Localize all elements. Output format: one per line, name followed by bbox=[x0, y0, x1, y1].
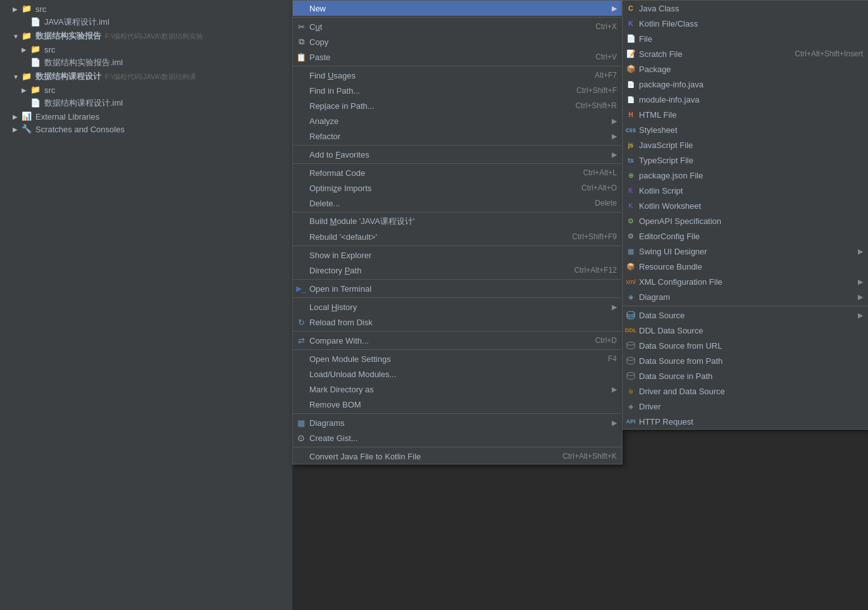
menu-item-delete[interactable]: Delete... Delete bbox=[293, 196, 622, 211]
sidebar-item-design-iml[interactable]: 📄 数据结构课程设计.iml bbox=[0, 96, 292, 110]
menu-item-label: Copy bbox=[309, 37, 328, 47]
shortcut-label: Ctrl+Alt+F12 bbox=[574, 266, 617, 275]
shortcut-label: Ctrl+V bbox=[595, 53, 617, 61]
menu-item-copy[interactable]: ⧉ Copy bbox=[293, 34, 622, 49]
driver-data-source-icon: ⊛ bbox=[626, 386, 636, 396]
menu-item-rebuild[interactable]: Rebuild '<default>' Ctrl+Shift+F9 bbox=[293, 229, 622, 244]
menu-item-find-usages[interactable]: Find Usages Alt+F7 bbox=[293, 68, 622, 83]
paste-icon: 📋 bbox=[296, 52, 306, 62]
submenu-item-typescript[interactable]: ts TypeScript File bbox=[623, 152, 868, 168]
sidebar-item-label: src bbox=[44, 45, 55, 54]
sidebar-item-label: Scratches and Consoles bbox=[35, 125, 125, 134]
submenu-arrow-icon: ▶ bbox=[612, 117, 617, 125]
expand-arrow: ▼ bbox=[13, 33, 22, 40]
submenu-item-package-json[interactable]: ⊕ package.json File bbox=[623, 168, 868, 183]
sidebar-item-src-report[interactable]: ▶ 📁 src bbox=[0, 43, 292, 56]
menu-item-find-in-path[interactable]: Find in Path... Ctrl+Shift+F bbox=[293, 83, 622, 98]
menu-item-label: Rebuild '<default>' bbox=[309, 232, 377, 242]
menu-item-compare[interactable]: ⇄ Compare With... Ctrl+D bbox=[293, 333, 622, 348]
menu-item-directory-path[interactable]: Directory Path Ctrl+Alt+F12 bbox=[293, 263, 622, 278]
menu-item-label: Local History bbox=[309, 302, 357, 312]
menu-item-convert-kotlin[interactable]: Convert Java File to Kotlin File Ctrl+Al… bbox=[293, 449, 622, 464]
submenu-item-scratch-file[interactable]: 📝 Scratch File Ctrl+Alt+Shift+Insert bbox=[623, 46, 868, 61]
submenu-item-module-info[interactable]: 📄 module-info.java bbox=[623, 92, 868, 107]
submenu-item-driver[interactable]: ◈ Driver bbox=[623, 399, 868, 414]
menu-item-paste[interactable]: 📋 Paste Ctrl+V bbox=[293, 49, 622, 65]
submenu-item-data-source-path[interactable]: Data Source from Path bbox=[623, 353, 868, 368]
menu-item-new[interactable]: New ▶ bbox=[293, 1, 622, 16]
menu-item-create-gist[interactable]: ⊙ Create Gist... bbox=[293, 430, 622, 445]
shortcut-label: F4 bbox=[608, 354, 617, 363]
menu-item-label: Optimize Imports bbox=[309, 184, 371, 193]
sidebar-item-src-top[interactable]: ▶ 📁 src bbox=[0, 3, 292, 15]
menu-item-cut[interactable]: ✂ Cut Ctrl+X bbox=[293, 19, 622, 34]
menu-item-label: New bbox=[309, 4, 326, 13]
delete-icon bbox=[296, 198, 306, 208]
sidebar-item-external-libs[interactable]: ▶ 📊 External Libraries bbox=[0, 110, 292, 123]
menu-item-reformat[interactable]: Reformat Code Ctrl+Alt+L bbox=[293, 165, 622, 180]
folder-icon: 📁 bbox=[30, 44, 42, 54]
expand-arrow: ▶ bbox=[13, 126, 22, 133]
ts-icon: ts bbox=[626, 155, 636, 165]
submenu-item-http-request[interactable]: API HTTP Request bbox=[623, 414, 868, 429]
submenu-item-kotlin-script[interactable]: K Kotlin Script bbox=[623, 183, 868, 198]
menu-item-local-history[interactable]: Local History ▶ bbox=[293, 299, 622, 314]
submenu-item-label: Kotlin File/Class bbox=[639, 19, 698, 28]
sidebar-item-label: JAVA课程设计.iml bbox=[44, 16, 109, 28]
sidebar-item-data-struct-report[interactable]: ▼ 📁 数据结构实验报告 F:\编程代码\JAVA\数据结构实验 bbox=[0, 29, 292, 43]
menu-item-replace-in-path[interactable]: Replace in Path... Ctrl+Shift+R bbox=[293, 98, 622, 113]
sidebar-item-scratches[interactable]: ▶ 🔧 Scratches and Consoles bbox=[0, 123, 292, 135]
kotlin-script-icon: K bbox=[626, 185, 636, 196]
menu-item-analyze[interactable]: Analyze ▶ bbox=[293, 113, 622, 128]
bom-icon bbox=[296, 399, 306, 409]
submenu-item-kotlin-worksheet[interactable]: K Kotlin Worksheet bbox=[623, 198, 868, 213]
submenu-item-javascript[interactable]: js JavaScript File bbox=[623, 137, 868, 152]
menu-item-diagrams[interactable]: ▦ Diagrams ▶ bbox=[293, 415, 622, 430]
package-json-icon: ⊕ bbox=[626, 170, 636, 180]
menu-item-open-terminal[interactable]: ▶_ Open in Terminal bbox=[293, 281, 622, 296]
sidebar-item-data-struct-design[interactable]: ▼ 📁 数据结构课程设计 F:\编程代码\JAVA\数据结构课 bbox=[0, 70, 292, 84]
submenu-item-data-source-in-path[interactable]: Data Source in Path bbox=[623, 368, 868, 383]
submenu-item-openapi[interactable]: ⚙ OpenAPI Specification bbox=[623, 213, 868, 228]
submenu-item-html[interactable]: H HTML File bbox=[623, 107, 868, 122]
submenu-item-file[interactable]: 📄 File bbox=[623, 31, 868, 46]
menu-item-reload[interactable]: ↻ Reload from Disk bbox=[293, 314, 622, 330]
shortcut-label: Alt+F7 bbox=[595, 71, 617, 80]
submenu-item-stylesheet[interactable]: css Stylesheet bbox=[623, 122, 868, 137]
analyze-icon bbox=[296, 116, 306, 126]
submenu-item-java-class[interactable]: C Java Class bbox=[623, 1, 868, 16]
menu-item-build-module[interactable]: Build Module 'JAVA课程设计' bbox=[293, 214, 622, 229]
sidebar-item-src-design[interactable]: ▶ 📁 src bbox=[0, 84, 292, 96]
submenu-item-data-source[interactable]: Data Source ▶ bbox=[623, 308, 868, 323]
editorconfig-icon: ⚙ bbox=[626, 231, 636, 241]
submenu-item-kotlin-file[interactable]: K Kotlin File/Class bbox=[623, 16, 868, 31]
sidebar-item-report-iml[interactable]: 📄 数据结构实验报告.iml bbox=[0, 56, 292, 70]
submenu-item-label: package-info.java bbox=[639, 80, 704, 89]
menu-item-optimize-imports[interactable]: Optimize Imports Ctrl+Alt+O bbox=[293, 180, 622, 196]
menu-item-module-settings[interactable]: Open Module Settings F4 bbox=[293, 351, 622, 366]
scratch-icon: 🔧 bbox=[22, 124, 33, 134]
submenu-item-driver-data-source[interactable]: ⊛ Driver and Data Source bbox=[623, 383, 868, 399]
submenu-item-xml-config[interactable]: xml XML Configuration File ▶ bbox=[623, 274, 868, 289]
sidebar-item-label: 数据结构课程设计 bbox=[35, 71, 101, 82]
menu-item-remove-bom[interactable]: Remove BOM bbox=[293, 397, 622, 412]
menu-item-load-unload[interactable]: Load/Unload Modules... bbox=[293, 366, 622, 382]
menu-item-add-favorites[interactable]: Add to Favorites ▶ bbox=[293, 147, 622, 162]
submenu-item-diagram[interactable]: ◈ Diagram ▶ bbox=[623, 289, 868, 304]
submenu-item-package-info[interactable]: 📄 package-info.java bbox=[623, 77, 868, 92]
submenu-item-resource-bundle[interactable]: 📦 Resource Bundle bbox=[623, 259, 868, 274]
submenu-item-swing-ui[interactable]: ▦ Swing UI Designer ▶ bbox=[623, 244, 868, 259]
submenu-item-editorconfig[interactable]: ⚙ EditorConfig File bbox=[623, 228, 868, 244]
submenu-item-package[interactable]: 📦 Package bbox=[623, 61, 868, 77]
iml-icon: 📄 bbox=[30, 98, 42, 108]
sidebar: ▶ 📁 src 📄 JAVA课程设计.iml ▼ 📁 数据结构实验报告 F:\编… bbox=[0, 0, 292, 610]
menu-item-show-explorer[interactable]: Show in Explorer bbox=[293, 247, 622, 263]
xml-config-icon: xml bbox=[626, 277, 636, 287]
separator bbox=[293, 212, 622, 213]
sidebar-item-java-iml[interactable]: 📄 JAVA课程设计.iml bbox=[0, 15, 292, 29]
menu-item-refactor[interactable]: Refactor ▶ bbox=[293, 128, 622, 144]
menu-item-mark-directory[interactable]: Mark Directory as ▶ bbox=[293, 382, 622, 397]
submenu-item-ddl-data-source[interactable]: DDL DDL Data Source bbox=[623, 323, 868, 338]
load-icon bbox=[296, 369, 306, 379]
submenu-item-data-source-url[interactable]: Data Source from URL bbox=[623, 338, 868, 353]
